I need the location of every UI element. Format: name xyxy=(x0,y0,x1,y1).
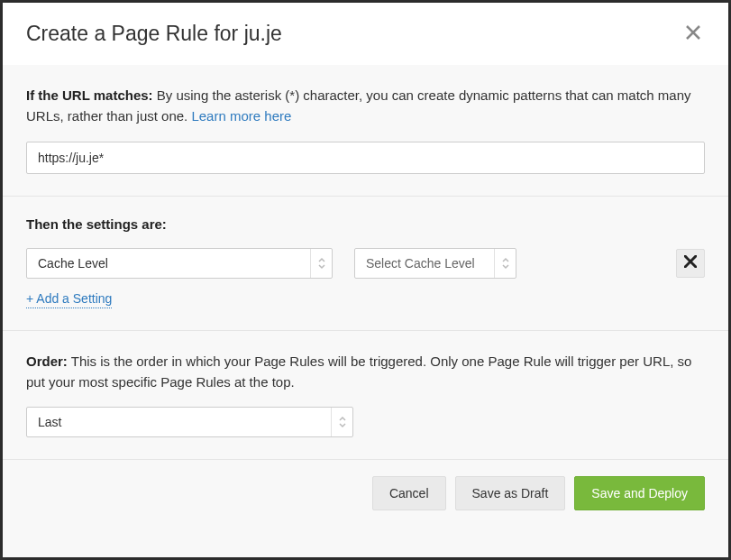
order-label: Order: xyxy=(26,353,68,369)
modal-header: Create a Page Rule for ju.je xyxy=(3,3,728,65)
settings-heading: Then the settings are: xyxy=(26,216,705,232)
save-deploy-button[interactable]: Save and Deploy xyxy=(574,476,705,510)
settings-row: Cache Level Select Cache Level xyxy=(26,248,705,279)
remove-setting-button[interactable] xyxy=(676,249,705,278)
order-select[interactable]: Last xyxy=(26,407,353,437)
setting-name-select[interactable]: Cache Level xyxy=(26,248,333,279)
modal-footer: Cancel Save as Draft Save and Deploy xyxy=(3,460,728,527)
url-match-description: If the URL matches: By using the asteris… xyxy=(26,85,705,127)
url-pattern-input[interactable] xyxy=(26,142,705,174)
page-rule-modal: Create a Page Rule for ju.je If the URL … xyxy=(3,3,728,557)
add-setting-link[interactable]: + Add a Setting xyxy=(26,291,112,308)
order-text: This is the order in which your Page Rul… xyxy=(26,353,691,390)
learn-more-link[interactable]: Learn more here xyxy=(191,108,291,124)
close-button[interactable] xyxy=(681,21,705,47)
chevron-up-down-icon xyxy=(331,408,352,436)
chevron-up-down-icon xyxy=(310,249,332,278)
cancel-button[interactable]: Cancel xyxy=(372,476,446,510)
setting-value-placeholder: Select Cache Level xyxy=(355,249,494,278)
modal-body: If the URL matches: By using the asteris… xyxy=(3,65,728,557)
order-description: Order: This is the order in which your P… xyxy=(26,351,705,393)
order-section: Order: This is the order in which your P… xyxy=(3,331,728,461)
setting-value-select[interactable]: Select Cache Level xyxy=(354,248,516,279)
setting-name-value: Cache Level xyxy=(27,249,310,278)
modal-title: Create a Page Rule for ju.je xyxy=(26,22,282,46)
close-icon xyxy=(685,30,701,43)
settings-section: Then the settings are: Cache Level Selec… xyxy=(3,197,728,331)
order-value: Last xyxy=(27,408,331,436)
save-draft-button[interactable]: Save as Draft xyxy=(455,476,566,510)
remove-icon xyxy=(684,255,697,271)
chevron-up-down-icon xyxy=(494,249,516,278)
url-match-label: If the URL matches: xyxy=(26,87,153,103)
url-match-section: If the URL matches: By using the asteris… xyxy=(3,65,728,197)
